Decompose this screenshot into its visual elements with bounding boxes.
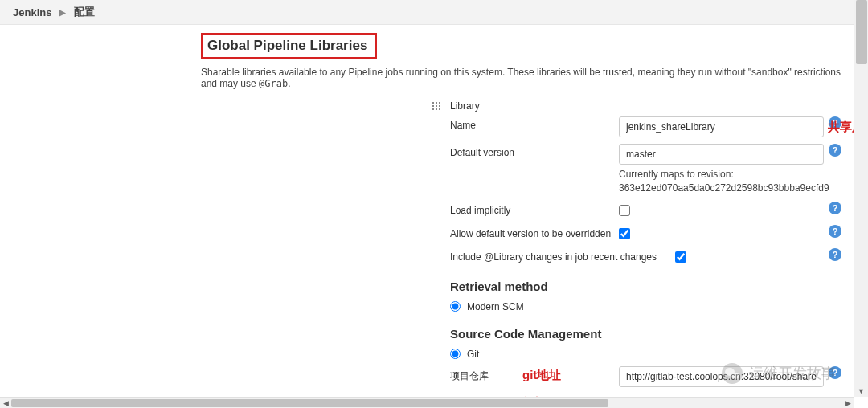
include-changes-checkbox[interactable]	[675, 251, 686, 263]
library-group-label: Library	[450, 100, 854, 112]
repo-annotation: git地址	[522, 368, 561, 383]
load-implicitly-label: Load implicitly	[450, 202, 619, 216]
repo-url-input[interactable]	[619, 366, 824, 387]
section-description: Sharable libraries available to any Pipe…	[201, 67, 854, 89]
scm-git-radio[interactable]	[450, 349, 461, 359]
load-implicitly-checkbox[interactable]	[619, 205, 630, 216]
scroll-right-arrow-icon[interactable]: ▶	[842, 398, 854, 408]
default-version-input[interactable]	[619, 144, 824, 165]
help-icon[interactable]: ?	[829, 248, 841, 261]
chevron-right-icon: ▶	[59, 8, 66, 17]
section-title-highlight: Global Pipeline Libraries	[201, 33, 377, 59]
drag-handle-icon[interactable]	[432, 102, 442, 112]
scm-heading: Source Code Management	[450, 327, 854, 341]
name-input[interactable]	[619, 116, 824, 137]
retrieval-modern-scm-label: Modern SCM	[467, 301, 524, 312]
breadcrumb-current[interactable]: 配置	[74, 5, 95, 19]
name-annotation: 共享库名字	[828, 120, 854, 135]
scroll-thumb[interactable]	[856, 0, 867, 64]
breadcrumb-root[interactable]: Jenkins	[13, 6, 51, 18]
breadcrumb: Jenkins ▶ 配置	[0, 0, 854, 25]
scroll-left-arrow-icon[interactable]: ◀	[0, 398, 11, 408]
scroll-down-arrow-icon[interactable]: ▼	[854, 386, 868, 397]
vertical-scrollbar[interactable]: ▲ ▼	[854, 0, 868, 397]
section-title: Global Pipeline Libraries	[207, 38, 367, 54]
revision-note: Currently maps to revision: 363e12ed070a…	[619, 168, 824, 195]
retrieval-method-heading: Retrieval method	[450, 279, 854, 293]
scroll-thumb[interactable]	[11, 399, 608, 407]
include-changes-label: Include @Library changes in job recent c…	[450, 248, 675, 263]
horizontal-scrollbar[interactable]: ◀ ▶	[0, 397, 854, 408]
allow-override-label: Allow default version to be overridden	[450, 225, 619, 239]
scm-git-label: Git	[467, 349, 479, 360]
help-icon[interactable]: ?	[829, 366, 841, 379]
name-label: Name	[450, 116, 619, 131]
retrieval-modern-scm-radio[interactable]	[450, 301, 461, 312]
default-version-label: Default version	[450, 144, 619, 158]
allow-override-checkbox[interactable]	[619, 228, 630, 239]
help-icon[interactable]: ?	[829, 144, 841, 157]
help-icon[interactable]: ?	[829, 202, 841, 214]
help-icon[interactable]: ?	[829, 225, 841, 238]
